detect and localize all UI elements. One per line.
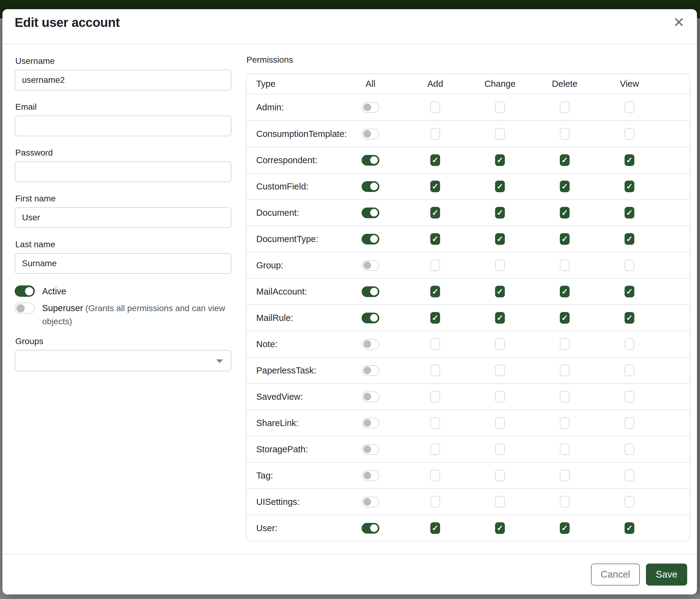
permission-view-checkbox[interactable]: ✓ bbox=[625, 181, 634, 192]
permission-add-checkbox[interactable] bbox=[430, 417, 440, 429]
permission-all-toggle[interactable] bbox=[361, 313, 379, 324]
permission-all-toggle[interactable] bbox=[361, 470, 379, 481]
permission-delete-checkbox[interactable]: ✓ bbox=[560, 207, 570, 218]
permission-view-checkbox[interactable] bbox=[625, 391, 634, 403]
permission-delete-checkbox[interactable] bbox=[560, 391, 570, 403]
active-toggle-row: Active bbox=[15, 285, 231, 297]
permission-change-checkbox[interactable]: ✓ bbox=[495, 286, 505, 297]
permission-all-toggle[interactable] bbox=[361, 497, 379, 507]
permission-view-checkbox[interactable] bbox=[625, 260, 634, 271]
permission-change-checkbox[interactable]: ✓ bbox=[495, 207, 505, 218]
toggle-knob bbox=[364, 498, 371, 506]
permission-view-checkbox[interactable] bbox=[625, 470, 634, 481]
permission-delete-checkbox[interactable] bbox=[560, 470, 570, 481]
permission-view-checkbox[interactable] bbox=[625, 417, 634, 429]
permission-change-checkbox[interactable] bbox=[495, 496, 505, 508]
permission-delete-checkbox[interactable]: ✓ bbox=[560, 522, 570, 534]
permission-change-checkbox[interactable]: ✓ bbox=[495, 233, 505, 245]
save-button[interactable]: Save bbox=[646, 564, 687, 585]
permission-change-checkbox[interactable] bbox=[495, 391, 505, 403]
permission-all-toggle[interactable] bbox=[361, 444, 379, 455]
first-name-field[interactable] bbox=[15, 207, 231, 228]
permission-add-checkbox[interactable] bbox=[430, 260, 440, 271]
permission-delete-checkbox[interactable] bbox=[560, 496, 570, 508]
permission-add-checkbox[interactable]: ✓ bbox=[430, 207, 440, 218]
permission-all-toggle[interactable] bbox=[361, 129, 379, 139]
permission-view-checkbox[interactable] bbox=[625, 101, 634, 113]
username-input[interactable] bbox=[15, 70, 231, 91]
permission-delete-checkbox[interactable]: ✓ bbox=[560, 312, 570, 324]
permission-view-checkbox[interactable]: ✓ bbox=[625, 154, 634, 166]
permission-change-checkbox[interactable] bbox=[495, 365, 505, 376]
permission-view-checkbox[interactable] bbox=[625, 338, 634, 350]
permission-delete-checkbox[interactable] bbox=[560, 260, 570, 271]
permission-change-checkbox[interactable] bbox=[495, 260, 505, 271]
permission-add-checkbox[interactable] bbox=[430, 365, 440, 376]
permission-change-checkbox[interactable] bbox=[495, 101, 505, 113]
permission-change-checkbox[interactable]: ✓ bbox=[495, 181, 505, 192]
active-toggle[interactable] bbox=[15, 285, 35, 297]
close-icon[interactable]: ✕ bbox=[670, 13, 687, 32]
permission-all-toggle[interactable] bbox=[361, 102, 379, 113]
permission-add-checkbox[interactable]: ✓ bbox=[430, 181, 440, 192]
permission-all-toggle[interactable] bbox=[361, 391, 379, 402]
permission-view-checkbox[interactable]: ✓ bbox=[625, 312, 634, 324]
permission-view-checkbox[interactable] bbox=[625, 496, 634, 508]
permission-all-toggle[interactable] bbox=[361, 260, 379, 271]
password-field[interactable] bbox=[15, 161, 231, 182]
permission-all-toggle[interactable] bbox=[361, 234, 379, 244]
permission-add-checkbox[interactable]: ✓ bbox=[430, 312, 440, 324]
permission-add-checkbox[interactable] bbox=[430, 101, 440, 113]
permission-view-checkbox[interactable] bbox=[625, 128, 634, 140]
permission-add-checkbox[interactable] bbox=[430, 444, 440, 455]
permission-change-checkbox[interactable] bbox=[495, 470, 505, 481]
permission-view-checkbox[interactable]: ✓ bbox=[625, 522, 634, 534]
permission-view-checkbox[interactable]: ✓ bbox=[625, 233, 634, 245]
permission-view-checkbox[interactable] bbox=[625, 444, 634, 455]
permission-add-checkbox[interactable] bbox=[430, 338, 440, 350]
permission-add-checkbox[interactable] bbox=[430, 496, 440, 508]
permission-delete-checkbox[interactable]: ✓ bbox=[560, 181, 570, 192]
permission-all-toggle[interactable] bbox=[361, 181, 379, 192]
groups-select[interactable] bbox=[15, 350, 231, 371]
permission-all-toggle[interactable] bbox=[361, 208, 379, 218]
permission-change-checkbox[interactable] bbox=[495, 444, 505, 455]
permission-delete-checkbox[interactable] bbox=[560, 365, 570, 376]
permission-delete-checkbox[interactable] bbox=[560, 444, 570, 455]
superuser-toggle[interactable] bbox=[15, 303, 35, 314]
permission-view-checkbox[interactable] bbox=[625, 365, 634, 376]
permission-delete-checkbox[interactable] bbox=[560, 101, 570, 113]
permission-type-label: DocumentType: bbox=[247, 234, 338, 244]
permission-add-checkbox[interactable]: ✓ bbox=[430, 233, 440, 245]
permission-delete-checkbox[interactable]: ✓ bbox=[560, 233, 570, 245]
email-field[interactable] bbox=[15, 116, 231, 136]
permission-all-toggle[interactable] bbox=[361, 155, 379, 166]
permission-delete-checkbox[interactable] bbox=[560, 417, 570, 429]
permission-add-checkbox[interactable] bbox=[430, 391, 440, 403]
permission-view-checkbox[interactable]: ✓ bbox=[625, 207, 634, 218]
permission-add-checkbox[interactable] bbox=[430, 470, 440, 481]
permission-view-checkbox[interactable]: ✓ bbox=[625, 286, 634, 297]
permission-all-toggle[interactable] bbox=[361, 523, 379, 534]
permission-add-checkbox[interactable]: ✓ bbox=[430, 154, 440, 166]
permission-change-checkbox[interactable] bbox=[495, 417, 505, 429]
permission-add-checkbox[interactable]: ✓ bbox=[430, 522, 440, 534]
permission-all-toggle[interactable] bbox=[361, 365, 379, 376]
last-name-field[interactable] bbox=[15, 253, 231, 274]
permission-delete-checkbox[interactable]: ✓ bbox=[560, 154, 570, 166]
permission-all-toggle[interactable] bbox=[361, 418, 379, 429]
permission-all-toggle[interactable] bbox=[361, 286, 379, 297]
permission-change-checkbox[interactable]: ✓ bbox=[495, 154, 505, 166]
permission-all-toggle[interactable] bbox=[361, 339, 379, 350]
cancel-button[interactable]: Cancel bbox=[591, 564, 640, 585]
permission-delete-checkbox[interactable]: ✓ bbox=[560, 286, 570, 297]
permission-change-checkbox[interactable]: ✓ bbox=[495, 522, 505, 534]
scrollbar[interactable] bbox=[697, 18, 700, 594]
permission-delete-checkbox[interactable] bbox=[560, 338, 570, 350]
permission-change-checkbox[interactable] bbox=[495, 128, 505, 140]
permission-add-checkbox[interactable]: ✓ bbox=[430, 286, 440, 297]
permission-change-checkbox[interactable]: ✓ bbox=[495, 312, 505, 324]
permission-add-checkbox[interactable] bbox=[430, 128, 440, 140]
permission-change-checkbox[interactable] bbox=[495, 338, 505, 350]
permission-delete-checkbox[interactable] bbox=[560, 128, 570, 140]
